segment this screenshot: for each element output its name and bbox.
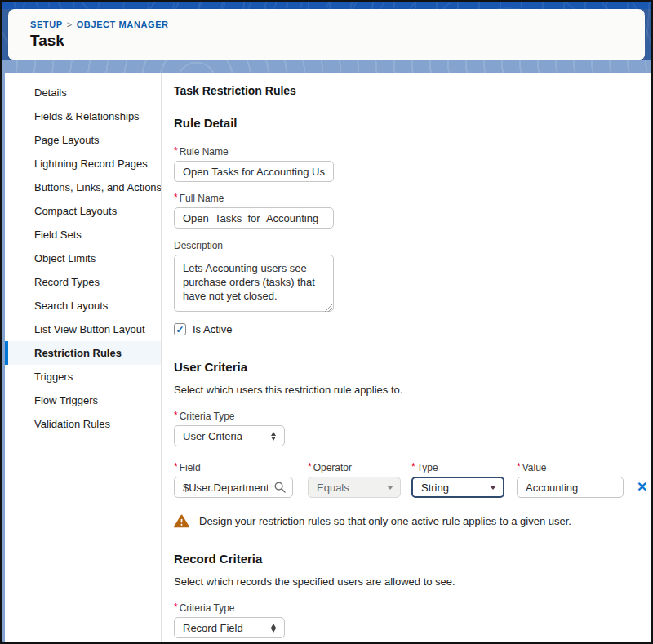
setup-header-card: SETUP > OBJECT MANAGER Task: [8, 9, 645, 60]
sidebar-item-restriction-rules[interactable]: Restriction Rules: [5, 341, 161, 365]
sidebar-item-object-limits[interactable]: Object Limits: [5, 246, 161, 270]
description-textarea[interactable]: [174, 255, 334, 312]
is-active-label: Is Active: [193, 323, 232, 335]
user-value-label: * Value: [517, 462, 624, 473]
rule-detail-heading: Rule Detail: [174, 116, 651, 130]
main-title: Task Restriction Rules: [174, 84, 651, 97]
setup-header-background: SETUP > OBJECT MANAGER Task: [2, 2, 651, 60]
full-name-input[interactable]: [174, 207, 334, 229]
required-asterisk: *: [174, 146, 178, 156]
stepper-updown-icon: [271, 432, 276, 441]
user-value-input[interactable]: [517, 477, 624, 498]
user-operator-select: Equals: [308, 477, 401, 498]
user-criteria-type-select[interactable]: User Criteria: [174, 425, 285, 446]
breadcrumb-separator: >: [67, 20, 73, 29]
breadcrumb: SETUP > OBJECT MANAGER: [30, 20, 645, 29]
user-type-select[interactable]: String: [411, 477, 504, 498]
sidebar-item-record-types[interactable]: Record Types: [5, 270, 161, 294]
content-card: DetailsFields & RelationshipsPage Layout…: [5, 73, 651, 642]
record-criteria-type-label: * Criteria Type: [174, 602, 651, 614]
warning-icon: [174, 514, 189, 528]
rule-name-input[interactable]: [174, 161, 334, 182]
is-active-checkbox[interactable]: ✓: [174, 323, 186, 335]
sidebar-item-compact-layouts[interactable]: Compact Layouts: [5, 199, 161, 223]
required-asterisk: *: [308, 462, 312, 472]
user-field-label: * Field: [174, 462, 293, 473]
record-criteria-subtitle: Select which records the specified users…: [174, 575, 651, 588]
user-type-label: * Type: [411, 462, 504, 473]
page-title: Task: [30, 32, 645, 50]
required-asterisk: *: [174, 411, 178, 420]
sidebar-item-field-sets[interactable]: Field Sets: [5, 223, 161, 246]
sidebar-item-list-view-button-layout[interactable]: List View Button Layout: [5, 318, 161, 341]
breadcrumb-setup-link[interactable]: SETUP: [30, 20, 63, 29]
stepper-updown-icon: [271, 624, 276, 633]
search-icon[interactable]: [274, 482, 286, 493]
sidebar-item-triggers[interactable]: Triggers: [5, 365, 161, 389]
sidebar-item-lightning-record-pages[interactable]: Lightning Record Pages: [5, 152, 161, 175]
record-criteria-heading: Record Criteria: [174, 552, 651, 566]
user-criteria-type-label: * Criteria Type: [174, 411, 651, 422]
full-name-label: * Full Name: [174, 193, 651, 204]
sidebar-item-details[interactable]: Details: [5, 81, 161, 104]
required-asterisk: *: [174, 193, 178, 202]
rule-name-label: * Rule Name: [174, 146, 651, 158]
header-divider-strip: [2, 60, 651, 73]
record-criteria-type-select[interactable]: Record Field: [174, 617, 285, 638]
sidebar-item-page-layouts[interactable]: Page Layouts: [5, 128, 161, 152]
required-asterisk: *: [174, 462, 178, 472]
main-panel: Task Restriction Rules Rule Detail * Rul…: [162, 73, 651, 642]
chevron-down-icon: [490, 486, 496, 490]
warning-text: Design your restriction rules so that on…: [199, 515, 571, 527]
sidebar-item-validation-rules[interactable]: Validation Rules: [5, 412, 161, 436]
app-window: SETUP > OBJECT MANAGER Task DetailsField…: [0, 0, 653, 644]
sidebar-item-search-layouts[interactable]: Search Layouts: [5, 294, 161, 318]
chevron-down-icon: [387, 486, 393, 490]
required-asterisk: *: [411, 462, 415, 472]
object-manager-sidebar: DetailsFields & RelationshipsPage Layout…: [5, 73, 162, 642]
breadcrumb-object-manager-link[interactable]: OBJECT MANAGER: [77, 20, 169, 29]
sidebar-item-flow-triggers[interactable]: Flow Triggers: [5, 389, 161, 412]
sidebar-item-buttons-links-and-actions[interactable]: Buttons, Links, and Actions: [5, 175, 161, 199]
app-body: DetailsFields & RelationshipsPage Layout…: [2, 73, 651, 642]
user-operator-label: * Operator: [308, 462, 401, 473]
required-asterisk: *: [517, 462, 521, 472]
user-criteria-subtitle: Select which users this restriction rule…: [174, 384, 651, 396]
required-asterisk: *: [174, 602, 178, 612]
description-label: Description: [174, 240, 651, 251]
sidebar-item-fields-relationships[interactable]: Fields & Relationships: [5, 104, 161, 128]
user-criteria-heading: User Criteria: [174, 360, 651, 374]
remove-user-criteria-button[interactable]: ✕: [635, 477, 649, 498]
